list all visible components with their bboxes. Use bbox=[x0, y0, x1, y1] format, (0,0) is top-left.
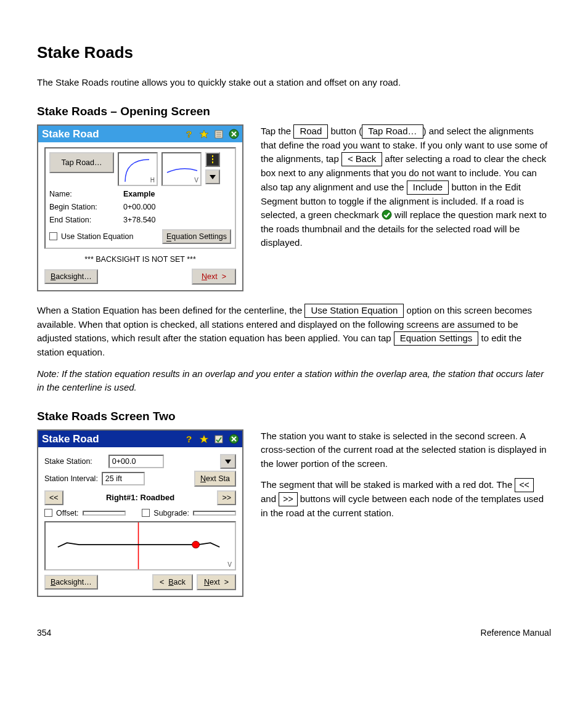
tap-road-button[interactable]: Tap Road… bbox=[49, 152, 114, 173]
svg-point-12 bbox=[382, 210, 391, 219]
svg-marker-1 bbox=[200, 130, 208, 138]
subgrade-checkbox[interactable]: Subgrade: bbox=[142, 509, 189, 517]
name-value: Example bbox=[123, 190, 155, 198]
svg-text:?: ? bbox=[186, 129, 192, 139]
svg-marker-14 bbox=[200, 435, 208, 443]
road-icon[interactable] bbox=[205, 152, 220, 167]
stake-road-dialog-2: Stake Road ? Stake Station: 0+00.0 Stati… bbox=[37, 429, 243, 597]
screen2-para-b: The segment that will be staked is marke… bbox=[261, 478, 551, 521]
begin-value: 0+00.000 bbox=[123, 203, 155, 211]
subgrade-field[interactable] bbox=[193, 511, 236, 516]
station-interval-label: Station Interval: bbox=[44, 474, 98, 483]
help-icon[interactable]: ? bbox=[184, 129, 195, 140]
use-station-equation-ref: Use Station Equation bbox=[304, 304, 404, 318]
v-label: V bbox=[227, 561, 232, 568]
end-label: End Station: bbox=[49, 216, 123, 224]
segment-title: Right#1: Roadbed bbox=[67, 493, 214, 502]
equation-settings-button[interactable]: Equation Settings bbox=[162, 229, 231, 244]
help-icon[interactable]: ? bbox=[184, 434, 195, 445]
backsight-button-2[interactable]: Backsight… bbox=[44, 575, 98, 590]
back-button[interactable]: < Back bbox=[152, 574, 193, 590]
v-preview: V bbox=[161, 152, 202, 186]
equation-settings-ref: Equation Settings bbox=[394, 331, 479, 346]
intro-para: The Stake Roads routine allows you to qu… bbox=[37, 76, 551, 90]
svg-marker-11 bbox=[210, 175, 216, 179]
next-segment-button[interactable]: >> bbox=[217, 490, 236, 505]
stake-station-label: Stake Station: bbox=[44, 457, 92, 466]
next-button[interactable]: Next > bbox=[192, 269, 236, 285]
footer-label: Reference Manual bbox=[481, 628, 551, 638]
stake-road-dialog-1: Stake Road ? Tap Road… H bbox=[37, 124, 243, 291]
svg-marker-19 bbox=[225, 460, 231, 464]
station-dropdown[interactable] bbox=[220, 454, 236, 469]
screen1-heading: Stake Roads – Opening Screen bbox=[37, 105, 551, 118]
svg-text:?: ? bbox=[186, 434, 192, 444]
favorite-icon[interactable] bbox=[198, 434, 210, 445]
dialog1-title: Stake Road bbox=[42, 128, 99, 140]
close-icon[interactable] bbox=[228, 129, 239, 140]
screen2-heading: Stake Roads Screen Two bbox=[37, 410, 551, 423]
use-station-equation-checkbox[interactable]: Use Station Equation bbox=[49, 232, 133, 241]
road-button-ref: Road bbox=[293, 124, 328, 139]
checkmark-icon bbox=[382, 209, 392, 220]
include-button-ref: Include bbox=[407, 181, 449, 195]
screen1-para-a: Tap the Road button (Tap Road…) and sele… bbox=[261, 124, 551, 250]
equation-note: Note: If the station equation results in… bbox=[37, 367, 551, 395]
dialog2-title: Stake Road bbox=[42, 433, 99, 445]
section-heading: Stake Roads bbox=[37, 43, 551, 62]
prev-button-ref: << bbox=[515, 478, 533, 492]
cross-section-preview: V bbox=[44, 521, 236, 570]
end-value: 3+78.540 bbox=[123, 216, 155, 224]
screen2-para-a: The station you want to stake is selecte… bbox=[261, 429, 551, 471]
station-interval-field[interactable]: 25 ift bbox=[102, 472, 145, 485]
h-preview: H bbox=[118, 152, 158, 186]
begin-label: Begin Station: bbox=[49, 203, 123, 211]
close-icon[interactable] bbox=[228, 434, 239, 445]
name-label: Name: bbox=[49, 190, 123, 198]
favorite-icon[interactable] bbox=[198, 129, 210, 140]
road-summary-frame: Tap Road… H V bbox=[44, 147, 236, 249]
dropdown-icon[interactable] bbox=[205, 169, 220, 184]
dialog2-titlebar: Stake Road ? bbox=[38, 431, 242, 447]
backsight-button[interactable]: Backsight… bbox=[44, 269, 98, 284]
stake-station-field[interactable]: 0+00.0 bbox=[108, 455, 164, 468]
settings-icon[interactable] bbox=[213, 434, 224, 445]
next-button-2[interactable]: Next > bbox=[197, 574, 236, 590]
offset-checkbox[interactable]: Offset: bbox=[44, 509, 79, 517]
offset-field[interactable] bbox=[83, 511, 126, 516]
next-button-ref: >> bbox=[279, 492, 297, 506]
prev-segment-button[interactable]: << bbox=[44, 490, 63, 505]
page-number: 354 bbox=[37, 628, 51, 638]
tap-road-button-ref: Tap Road… bbox=[362, 124, 423, 139]
equation-para: When a Station Equation has been defined… bbox=[37, 304, 551, 360]
svg-point-21 bbox=[192, 541, 200, 548]
dialog1-titlebar: Stake Road ? bbox=[38, 126, 242, 142]
settings-icon[interactable] bbox=[213, 129, 224, 140]
back-button-ref: < Back bbox=[341, 152, 382, 166]
next-sta-button[interactable]: Next Sta bbox=[194, 471, 236, 487]
backsight-warning: *** BACKSIGHT IS NOT SET *** bbox=[44, 255, 236, 264]
